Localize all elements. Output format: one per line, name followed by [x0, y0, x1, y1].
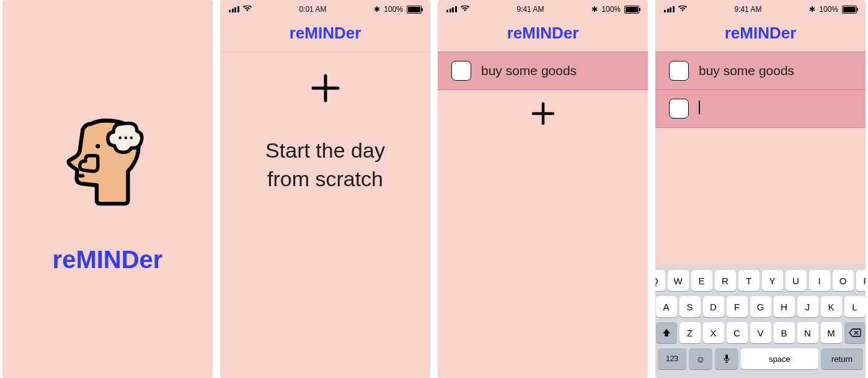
reminder-text: buy some goods [699, 63, 794, 78]
empty-state-text: Start the day from scratch [265, 137, 385, 194]
battery-icon [407, 6, 422, 14]
reminder-checkbox[interactable] [669, 61, 689, 81]
app-header: reMINDer [655, 14, 866, 52]
svg-point-2 [124, 137, 127, 140]
wifi-icon [243, 5, 252, 14]
battery-text: 100% [384, 5, 403, 14]
mic-key[interactable] [715, 348, 738, 369]
wifi-icon [678, 5, 687, 14]
svg-point-1 [118, 137, 122, 140]
reminder-text: buy some goods [481, 63, 577, 78]
reminder-row[interactable]: buy some goods [438, 52, 648, 90]
status-bar: 9:41 AM ✱ 100% [438, 0, 648, 14]
numbers-key[interactable]: 123 [658, 348, 686, 369]
space-key[interactable]: space [741, 348, 818, 369]
key-c[interactable]: C [727, 322, 748, 343]
keyboard-row-bottom: 123 ☺ space return [658, 348, 863, 369]
key-q[interactable]: Q [655, 270, 665, 291]
wifi-icon [461, 5, 469, 14]
keyboard-row-2: ASDFGHJKL [658, 296, 863, 317]
signal-icon [446, 6, 457, 12]
key-l[interactable]: L [844, 296, 866, 317]
reminder-input[interactable] [699, 101, 700, 117]
reminder-checkbox[interactable] [669, 99, 689, 119]
screen-editing: 9:41 AM ✱ 100% reMINDer buy some goods Q… [655, 0, 866, 378]
add-reminder-button[interactable] [529, 100, 557, 127]
key-v[interactable]: V [750, 322, 771, 343]
bluetooth-icon: ✱ [591, 5, 598, 14]
key-e[interactable]: E [691, 270, 712, 291]
key-b[interactable]: B [774, 322, 795, 343]
status-time: 9:41 AM [516, 5, 544, 14]
header-title: reMINDer [220, 24, 430, 43]
text-cursor-icon [699, 101, 700, 114]
app-header: reMINDer [438, 14, 648, 52]
key-i[interactable]: I [809, 270, 830, 291]
header-title: reMINDer [438, 24, 648, 43]
key-s[interactable]: S [680, 296, 701, 317]
signal-icon [664, 6, 675, 12]
key-z[interactable]: Z [680, 322, 701, 343]
key-j[interactable]: J [797, 296, 818, 317]
keyboard-row-1: QWERTYUIOP [658, 270, 863, 291]
onscreen-keyboard: QWERTYUIOP ASDFGHJKL ZXCVBNM 123 ☺ space… [655, 265, 866, 378]
reminder-row[interactable]: buy some goods [655, 52, 866, 90]
reminder-checkbox[interactable] [451, 61, 471, 81]
key-x[interactable]: X [703, 322, 724, 343]
status-bar: 0:01 AM ✱ 100% [220, 0, 430, 14]
status-time: 9:41 AM [734, 5, 761, 14]
key-u[interactable]: U [786, 270, 807, 291]
battery-text: 100% [819, 5, 838, 14]
status-time: 0:01 AM [299, 5, 326, 14]
backspace-key[interactable] [844, 322, 866, 343]
header-title: reMINDer [655, 24, 866, 43]
key-r[interactable]: R [715, 270, 736, 291]
battery-icon [842, 6, 857, 14]
key-k[interactable]: K [821, 296, 842, 317]
app-logo-thinking-head-icon [52, 104, 164, 216]
app-header: reMINDer [220, 14, 430, 52]
battery-icon [624, 6, 639, 14]
emoji-key[interactable]: ☺ [689, 348, 712, 369]
app-title: reMINDer [53, 246, 163, 274]
status-bar: 9:41 AM ✱ 100% [655, 0, 866, 14]
key-d[interactable]: D [703, 296, 724, 317]
svg-point-0 [95, 144, 100, 148]
reminder-row-editing[interactable] [655, 89, 866, 128]
shift-key[interactable] [656, 322, 677, 343]
signal-icon [229, 6, 239, 12]
key-o[interactable]: O [833, 270, 854, 291]
return-key[interactable]: return [821, 348, 863, 369]
keyboard-row-3: ZXCVBNM [658, 322, 863, 343]
battery-text: 100% [601, 5, 621, 14]
key-y[interactable]: Y [762, 270, 783, 291]
screen-splash: reMINDer [2, 0, 213, 378]
key-w[interactable]: W [668, 270, 689, 291]
add-reminder-button[interactable] [308, 71, 343, 106]
screen-list: 9:41 AM ✱ 100% reMINDer buy some goods [438, 0, 648, 378]
bluetooth-icon: ✱ [374, 5, 380, 14]
key-g[interactable]: G [750, 296, 771, 317]
key-f[interactable]: F [727, 296, 748, 317]
bluetooth-icon: ✱ [809, 5, 815, 14]
key-a[interactable]: A [656, 296, 677, 317]
key-p[interactable]: P [856, 270, 866, 291]
key-t[interactable]: T [738, 270, 760, 291]
svg-point-3 [130, 137, 133, 140]
screen-empty-state: 0:01 AM ✱ 100% reMINDer Start the day fr… [220, 0, 430, 378]
key-n[interactable]: N [797, 322, 818, 343]
key-m[interactable]: M [821, 322, 842, 343]
svg-rect-4 [725, 354, 728, 359]
key-h[interactable]: H [774, 296, 795, 317]
